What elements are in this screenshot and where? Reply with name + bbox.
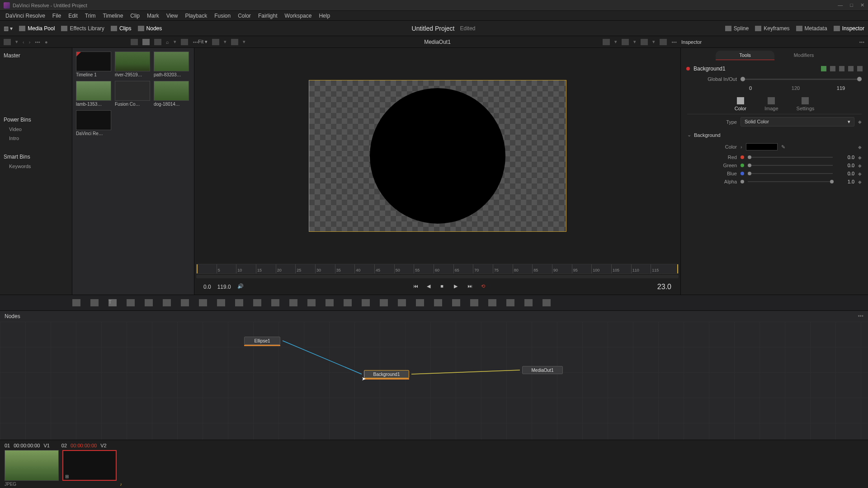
viewer-opt-icon[interactable] (212, 39, 219, 45)
menu-item[interactable]: Clip (127, 13, 143, 19)
background-section-header[interactable]: ⌄ Background (681, 129, 868, 141)
media-clip[interactable]: DaVinci Re… (76, 110, 111, 136)
viewer-ctrl-icon[interactable] (622, 39, 629, 45)
media-clip[interactable]: Timeline 1 (76, 52, 111, 77)
media-clip[interactable]: Fusion Co… (115, 81, 150, 107)
inspector-node-header[interactable]: Background1 (681, 63, 868, 75)
node-mediaout[interactable]: MediaOut1 (522, 366, 563, 374)
menu-item[interactable]: DaVinci Resolve (2, 13, 49, 19)
fit-dropdown[interactable]: Fit ▾ (198, 39, 208, 45)
subtab-image[interactable]: Image (764, 97, 778, 111)
subtab-color[interactable]: Color (735, 97, 746, 111)
keyframes-button[interactable]: Keyframes (755, 25, 789, 32)
more-icon[interactable]: ••• (671, 39, 677, 45)
power-bins-header[interactable]: Power Bins (4, 117, 68, 123)
color-swatch[interactable] (746, 143, 778, 150)
bin-video[interactable]: Video (4, 125, 68, 134)
bspline-tool-icon[interactable] (380, 299, 388, 306)
last-frame-icon[interactable]: ⏭ (467, 283, 475, 291)
metadata-button[interactable]: Metadata (796, 25, 827, 32)
lock-icon[interactable] (848, 66, 854, 71)
stop-icon[interactable]: ■ (440, 283, 448, 291)
channelbool-tool-icon[interactable] (181, 299, 189, 306)
particles-tool-icon[interactable] (416, 299, 424, 306)
node-ellipse[interactable]: Ellipse1 (244, 337, 280, 345)
menu-item[interactable]: Help (315, 13, 334, 19)
channel-value[interactable]: 0.0 (836, 163, 854, 168)
speaker-icon[interactable]: 🔊 (237, 283, 245, 291)
channel-slider[interactable] (748, 157, 833, 158)
dual-view-icon[interactable] (660, 39, 667, 45)
global-out-value[interactable]: 119 (827, 85, 854, 91)
spline-button[interactable]: Spline (725, 25, 749, 32)
keyframe-diamond-icon[interactable]: ◆ (858, 171, 862, 176)
bin-intro[interactable]: Intro (4, 134, 68, 143)
dropdown-icon[interactable]: ▥ ▾ (4, 25, 13, 32)
keyframe-diamond-icon[interactable]: ◆ (858, 163, 862, 168)
tab-tools[interactable]: Tools (716, 51, 774, 60)
chevron-down-icon[interactable]: ▾ (174, 39, 176, 45)
enable-dot-icon[interactable] (686, 67, 690, 70)
rectangle-tool-icon[interactable] (326, 299, 334, 306)
chevron-down-icon[interactable]: ▾ (243, 39, 245, 45)
menu-item[interactable]: Workspace (281, 13, 316, 19)
effects-library-button[interactable]: Effects Library (61, 25, 104, 32)
viewer-opt-icon[interactable] (231, 39, 238, 45)
reset-icon[interactable] (857, 66, 863, 71)
scrub-bar[interactable] (196, 275, 679, 278)
node-graph[interactable]: Ellipse1 Background1 MediaOut1 ➤ (0, 322, 868, 440)
background-tool-icon[interactable] (72, 299, 80, 306)
channel-value[interactable]: 0.0 (836, 171, 854, 176)
matte-tool-icon[interactable] (271, 299, 279, 306)
menu-item[interactable]: Fairlight (255, 13, 281, 19)
render3d-tool-icon[interactable] (542, 299, 551, 306)
viewer[interactable] (194, 48, 680, 264)
menu-item[interactable]: Color (234, 13, 255, 19)
node-background[interactable]: Background1 (364, 370, 409, 378)
nav-fwd-icon[interactable]: › (29, 39, 31, 45)
layout-icon[interactable] (4, 39, 11, 45)
channel-slider[interactable] (748, 173, 833, 174)
time-ruler[interactable]: 5101520253035404550556065707580859095100… (196, 264, 679, 274)
sort-icon[interactable] (181, 39, 188, 45)
out-point[interactable]: 119.0 (217, 284, 231, 290)
image3d-tool-icon[interactable] (506, 299, 514, 306)
more-icon[interactable]: ••• (859, 39, 864, 45)
bin-keywords[interactable]: Keywords (4, 162, 68, 171)
view-thumb-icon[interactable] (131, 39, 138, 45)
merge-tool-icon[interactable] (235, 299, 243, 306)
ellipse-tool-icon[interactable] (344, 299, 352, 306)
media-clip[interactable]: path-83203… (154, 52, 189, 77)
expand-icon[interactable]: › (741, 144, 742, 150)
menu-item[interactable]: Fusion (211, 13, 234, 19)
type-select[interactable]: Solid Color▾ (741, 117, 854, 127)
record-icon[interactable]: ● (45, 39, 48, 45)
smart-bins-header[interactable]: Smart Bins (4, 154, 68, 160)
chevron-down-icon[interactable]: ▾ (652, 39, 655, 45)
brightness-tool-icon[interactable] (163, 299, 171, 306)
play-icon[interactable]: ▶ (454, 283, 461, 291)
tab-modifiers[interactable]: Modifiers (774, 51, 833, 60)
current-time[interactable]: 23.0 (657, 283, 671, 291)
in-point[interactable]: 0.0 (203, 284, 211, 290)
channel-slider[interactable] (748, 165, 833, 166)
fastnoise-tool-icon[interactable] (90, 299, 99, 306)
menu-item[interactable]: Playback (181, 13, 211, 19)
merge3d-tool-icon[interactable] (524, 299, 533, 306)
media-clip[interactable]: river-29519… (115, 52, 150, 77)
loop-icon[interactable]: ⟲ (481, 283, 488, 291)
search-icon[interactable]: ⌕ (166, 39, 169, 45)
text3d-tool-icon[interactable] (470, 299, 478, 306)
channel-slider[interactable] (748, 181, 833, 182)
more-icon[interactable]: ••• (35, 39, 40, 45)
master-bin[interactable]: Master (4, 52, 68, 59)
eyedropper-icon[interactable]: ✎ (781, 144, 785, 150)
inspector-button[interactable]: Inspector (834, 25, 864, 32)
maximize-button[interactable]: □ (850, 2, 853, 8)
version-icon[interactable] (821, 66, 826, 71)
wand-tool-icon[interactable] (398, 299, 406, 306)
pin-icon[interactable] (839, 66, 844, 71)
chevron-down-icon[interactable]: ▾ (614, 39, 617, 45)
menu-item[interactable]: Edit (65, 13, 81, 19)
keyframe-diamond-icon[interactable]: ◆ (858, 119, 862, 124)
